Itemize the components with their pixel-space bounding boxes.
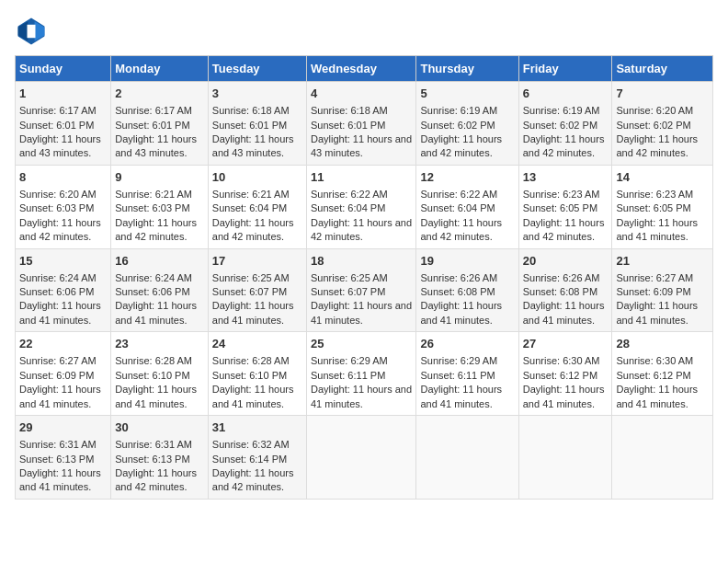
calendar-cell — [306, 416, 415, 500]
calendar-cell: 23Sunrise: 6:28 AMSunset: 6:10 PMDayligh… — [111, 332, 209, 416]
daylight-label: Daylight: 11 hours and 42 minutes. — [616, 133, 698, 158]
sunset-label: Sunset: 6:04 PM — [212, 202, 287, 213]
calendar-cell: 2Sunrise: 6:17 AMSunset: 6:01 PMDaylight… — [111, 82, 209, 166]
sunset-label: Sunset: 6:12 PM — [523, 370, 597, 381]
daylight-label: Daylight: 11 hours and 41 minutes. — [420, 384, 502, 408]
sunset-label: Sunset: 6:10 PM — [212, 370, 287, 381]
header-thursday: Thursday — [416, 56, 518, 82]
sunset-label: Sunset: 6:01 PM — [212, 120, 287, 131]
calendar-cell: 4Sunrise: 6:18 AMSunset: 6:01 PMDaylight… — [306, 82, 415, 166]
daylight-label: Daylight: 11 hours and 42 minutes. — [212, 217, 294, 242]
calendar-cell: 30Sunrise: 6:31 AMSunset: 6:13 PMDayligh… — [111, 416, 209, 500]
sunrise-label: Sunrise: 6:21 AM — [212, 189, 290, 200]
calendar-cell — [518, 416, 612, 500]
sunrise-label: Sunrise: 6:31 AM — [115, 439, 192, 450]
sunset-label: Sunset: 6:10 PM — [115, 370, 189, 381]
sunrise-label: Sunrise: 6:28 AM — [212, 355, 290, 366]
calendar-cell: 28Sunrise: 6:30 AMSunset: 6:12 PMDayligh… — [612, 332, 713, 416]
day-number: 15 — [19, 253, 107, 270]
daylight-label: Daylight: 11 hours and 42 minutes. — [115, 467, 197, 492]
calendar-cell: 18Sunrise: 6:25 AMSunset: 6:07 PMDayligh… — [306, 248, 415, 332]
svg-rect-3 — [28, 25, 36, 38]
sunrise-label: Sunrise: 6:28 AM — [115, 355, 192, 366]
day-number: 11 — [311, 169, 412, 186]
day-number: 5 — [420, 86, 514, 102]
calendar-cell: 17Sunrise: 6:25 AMSunset: 6:07 PMDayligh… — [208, 248, 306, 332]
daylight-label: Daylight: 11 hours and 41 minutes. — [19, 384, 101, 408]
sunrise-label: Sunrise: 6:25 AM — [212, 272, 290, 283]
header-sunday: Sunday — [16, 56, 111, 82]
calendar-cell: 1Sunrise: 6:17 AMSunset: 6:01 PMDaylight… — [16, 82, 111, 166]
sunrise-label: Sunrise: 6:30 AM — [523, 355, 600, 366]
day-number: 28 — [616, 336, 709, 352]
day-number: 2 — [115, 86, 204, 102]
daylight-label: Daylight: 11 hours and 41 minutes. — [420, 300, 502, 325]
calendar-cell: 29Sunrise: 6:31 AMSunset: 6:13 PMDayligh… — [16, 416, 111, 500]
sunrise-label: Sunrise: 6:22 AM — [311, 189, 388, 200]
day-number: 13 — [523, 169, 609, 186]
daylight-label: Daylight: 11 hours and 43 minutes. — [19, 133, 101, 158]
day-number: 21 — [616, 253, 709, 270]
day-number: 8 — [19, 169, 107, 186]
sunrise-label: Sunrise: 6:17 AM — [115, 105, 192, 116]
sunset-label: Sunset: 6:13 PM — [19, 454, 94, 465]
calendar-cell: 25Sunrise: 6:29 AMSunset: 6:11 PMDayligh… — [306, 332, 415, 416]
sunrise-label: Sunrise: 6:18 AM — [212, 105, 290, 116]
sunrise-label: Sunrise: 6:25 AM — [311, 272, 388, 283]
sunrise-label: Sunrise: 6:27 AM — [19, 355, 97, 366]
sunrise-label: Sunrise: 6:21 AM — [115, 189, 192, 200]
day-number: 24 — [212, 336, 302, 352]
daylight-label: Daylight: 11 hours and 42 minutes. — [420, 217, 502, 242]
sunrise-label: Sunrise: 6:23 AM — [616, 189, 693, 200]
calendar-cell: 26Sunrise: 6:29 AMSunset: 6:11 PMDayligh… — [416, 332, 518, 416]
calendar-cell: 14Sunrise: 6:23 AMSunset: 6:05 PMDayligh… — [612, 165, 713, 248]
calendar-week-row: 8Sunrise: 6:20 AMSunset: 6:03 PMDaylight… — [16, 165, 713, 248]
calendar-week-row: 22Sunrise: 6:27 AMSunset: 6:09 PMDayligh… — [16, 332, 713, 416]
sunset-label: Sunset: 6:09 PM — [19, 370, 94, 381]
day-number: 17 — [212, 253, 302, 270]
day-number: 1 — [19, 86, 107, 102]
sunrise-label: Sunrise: 6:17 AM — [19, 105, 97, 116]
daylight-label: Daylight: 11 hours and 42 minutes. — [19, 217, 101, 242]
daylight-label: Daylight: 11 hours and 42 minutes. — [311, 217, 412, 242]
sunrise-label: Sunrise: 6:26 AM — [523, 272, 600, 283]
header-saturday: Saturday — [612, 56, 713, 82]
sunset-label: Sunset: 6:08 PM — [523, 286, 597, 297]
sunset-label: Sunset: 6:01 PM — [311, 120, 385, 131]
daylight-label: Daylight: 11 hours and 41 minutes. — [212, 384, 294, 408]
day-number: 14 — [616, 169, 709, 186]
calendar-cell: 20Sunrise: 6:26 AMSunset: 6:08 PMDayligh… — [518, 248, 612, 332]
sunrise-label: Sunrise: 6:19 AM — [523, 105, 600, 116]
calendar-cell: 15Sunrise: 6:24 AMSunset: 6:06 PMDayligh… — [16, 248, 111, 332]
daylight-label: Daylight: 11 hours and 43 minutes. — [115, 133, 197, 158]
sunrise-label: Sunrise: 6:24 AM — [19, 272, 97, 283]
sunset-label: Sunset: 6:03 PM — [19, 202, 94, 213]
sunset-label: Sunset: 6:06 PM — [115, 286, 189, 297]
sunset-label: Sunset: 6:09 PM — [616, 286, 690, 297]
day-number: 12 — [420, 169, 514, 186]
sunset-label: Sunset: 6:01 PM — [115, 120, 189, 131]
daylight-label: Daylight: 11 hours and 41 minutes. — [19, 467, 101, 492]
day-number: 3 — [212, 86, 302, 102]
daylight-label: Daylight: 11 hours and 41 minutes. — [19, 300, 101, 325]
sunset-label: Sunset: 6:11 PM — [420, 370, 495, 381]
logo — [15, 15, 51, 48]
calendar-week-row: 1Sunrise: 6:17 AMSunset: 6:01 PMDaylight… — [16, 82, 713, 166]
header-wednesday: Wednesday — [306, 56, 415, 82]
daylight-label: Daylight: 11 hours and 42 minutes. — [420, 133, 502, 158]
calendar-cell: 22Sunrise: 6:27 AMSunset: 6:09 PMDayligh… — [16, 332, 111, 416]
day-number: 23 — [115, 336, 204, 352]
day-number: 10 — [212, 169, 302, 186]
sunrise-label: Sunrise: 6:22 AM — [420, 189, 497, 200]
daylight-label: Daylight: 11 hours and 41 minutes. — [115, 384, 197, 408]
calendar-cell: 3Sunrise: 6:18 AMSunset: 6:01 PMDaylight… — [208, 82, 306, 166]
daylight-label: Daylight: 11 hours and 41 minutes. — [616, 384, 698, 408]
day-number: 31 — [212, 419, 302, 436]
day-number: 19 — [420, 253, 514, 270]
sunrise-label: Sunrise: 6:30 AM — [616, 355, 693, 366]
svg-marker-1 — [35, 21, 45, 41]
day-number: 20 — [523, 253, 609, 270]
sunset-label: Sunset: 6:05 PM — [616, 202, 690, 213]
sunset-label: Sunset: 6:12 PM — [616, 370, 690, 381]
sunrise-label: Sunrise: 6:26 AM — [420, 272, 497, 283]
